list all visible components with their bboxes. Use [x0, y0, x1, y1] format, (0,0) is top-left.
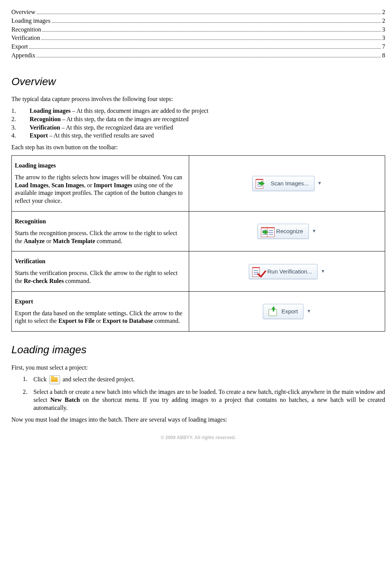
loading-step-1: 1. Click and select the desired project.: [23, 375, 385, 384]
toc-page: 7: [382, 43, 385, 51]
row-title: Loading images: [15, 162, 56, 169]
recognize-icon: [261, 226, 274, 237]
loading-step-2: 2. Select a batch or create a new batch …: [23, 388, 385, 412]
step-number: 1.: [23, 375, 33, 384]
step-number: 1.: [11, 107, 30, 115]
toc-label: Recognition: [11, 26, 41, 34]
toc-page: 3: [382, 26, 385, 34]
table-row: Loading images The arrow to the rights s…: [12, 155, 385, 211]
toc-label: Appendix: [11, 52, 35, 60]
toc-leader: [52, 22, 381, 23]
step-name: Verification: [30, 124, 60, 131]
verification-button-cell: Run Verification... ▼: [189, 251, 385, 291]
toc-leader: [29, 48, 381, 49]
step-desc: – At this step, the data on the images a…: [61, 116, 189, 122]
table-of-contents: Overview 2 Loading images 2 Recognition …: [11, 8, 385, 60]
step-desc: – At this step, the verified results are…: [48, 132, 154, 139]
loading-outro: Now you must load the images into the ba…: [11, 416, 385, 424]
row-title: Recognition: [15, 218, 46, 224]
button-label: Export: [281, 308, 298, 315]
dropdown-arrow-icon[interactable]: ▼: [318, 180, 322, 186]
row-title: Verification: [15, 258, 45, 264]
overview-step: 2. Recognition – At this step, the data …: [11, 115, 385, 123]
overview-step: 4. Export – At this step, the verified r…: [11, 132, 385, 140]
loading-intro: First, you must select a project:: [11, 364, 385, 372]
toc-label: Verification: [11, 34, 40, 42]
loading-steps: 1. Click and select the desired project.…: [11, 375, 385, 412]
toc-page: 2: [382, 8, 385, 16]
toc-entry[interactable]: Recognition 3: [11, 26, 385, 34]
toc-entry[interactable]: Appendix 8: [11, 52, 385, 60]
overview-heading: Overview: [11, 75, 385, 89]
recognize-button[interactable]: Recognize: [258, 224, 309, 239]
loading-images-button-cell: Scan Images... ▼: [189, 155, 385, 211]
step-desc: – At this step, the recognized data are …: [60, 124, 173, 131]
toc-leader: [41, 40, 381, 40]
verification-desc: Verification Starts the verification pro…: [12, 251, 189, 291]
overview-intro: The typical data capture process involve…: [11, 95, 385, 103]
button-label: Recognize: [276, 228, 303, 235]
toc-entry[interactable]: Loading images 2: [11, 17, 385, 25]
step-name: Export: [30, 132, 48, 139]
toolbar-intro: Each step has its own button on the tool…: [11, 144, 385, 152]
step-number: 2.: [23, 388, 33, 412]
overview-step: 3. Verification – At this step, the reco…: [11, 124, 385, 132]
recognition-desc: Recognition Starts the recognition proce…: [12, 211, 189, 251]
run-verification-button[interactable]: Run Verification...: [249, 264, 318, 279]
toc-leader: [42, 31, 381, 32]
toc-leader: [36, 57, 381, 57]
step-number: 2.: [11, 115, 30, 123]
export-button-cell: Export ▼: [189, 291, 385, 331]
toc-leader: [36, 14, 381, 14]
export-icon: [266, 306, 279, 317]
overview-step: 1. Loading images – At this step, docume…: [11, 107, 385, 115]
row-title: Export: [15, 298, 33, 305]
button-label: Scan Images...: [271, 180, 309, 187]
recognition-button-cell: Recognize ▼: [189, 211, 385, 251]
toc-page: 2: [382, 17, 385, 25]
toc-label: Export: [11, 43, 28, 51]
toc-entry[interactable]: Export 7: [11, 43, 385, 51]
scan-images-button[interactable]: Scan Images...: [252, 176, 315, 191]
step-name: Recognition: [30, 116, 61, 122]
table-row: Export Export the data based on the temp…: [12, 291, 385, 331]
open-folder-icon[interactable]: [49, 375, 60, 384]
dropdown-arrow-icon[interactable]: ▼: [312, 228, 316, 234]
toc-label: Loading images: [11, 17, 51, 25]
table-row: Recognition Starts the recognition proce…: [12, 211, 385, 251]
run-verification-icon: [252, 266, 265, 277]
page-footer: © 2009 ABBYY. All rights reserved.: [11, 435, 385, 441]
button-label: Run Verification...: [267, 268, 312, 275]
export-button[interactable]: Export: [263, 304, 303, 319]
dropdown-arrow-icon[interactable]: ▼: [307, 308, 311, 314]
loading-images-heading: Loading images: [11, 343, 385, 357]
toc-entry[interactable]: Verification 3: [11, 34, 385, 42]
toolbar-buttons-table: Loading images The arrow to the rights s…: [11, 155, 385, 332]
toc-page: 8: [382, 52, 385, 60]
step-name: Loading images: [30, 107, 71, 114]
step-number: 4.: [11, 132, 30, 140]
overview-steps: 1. Loading images – At this step, docume…: [11, 107, 385, 140]
scan-images-icon: [256, 178, 269, 189]
toc-entry[interactable]: Overview 2: [11, 8, 385, 16]
toc-page: 3: [382, 34, 385, 42]
export-desc: Export Export the data based on the temp…: [12, 291, 189, 331]
toc-label: Overview: [11, 8, 35, 16]
step-desc: – At this step, document images are adde…: [71, 107, 209, 114]
table-row: Verification Starts the verification pro…: [12, 251, 385, 291]
loading-images-desc: Loading images The arrow to the rights s…: [12, 155, 189, 211]
step-number: 3.: [11, 124, 30, 132]
dropdown-arrow-icon[interactable]: ▼: [321, 269, 325, 275]
